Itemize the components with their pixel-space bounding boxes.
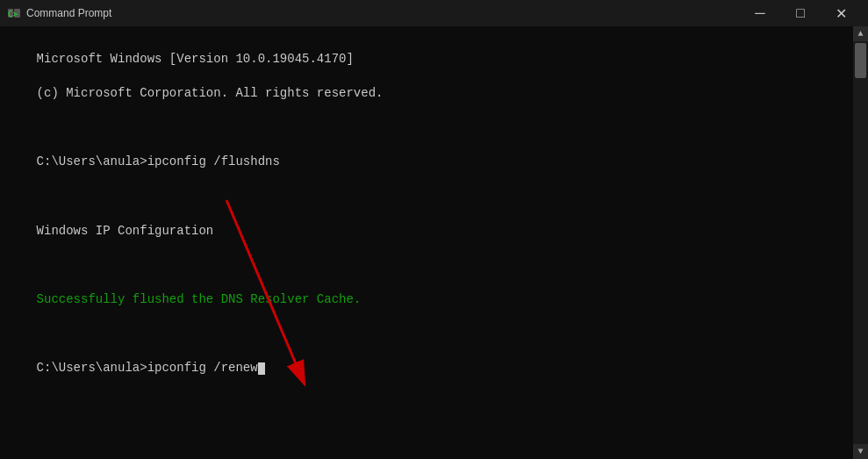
line-10: C:\Users\anula>ipconfig /renew xyxy=(37,361,265,375)
titlebar-controls: ─ □ ✕ xyxy=(740,0,861,26)
line-1: Microsoft Windows [Version 10.0.19045.41… xyxy=(37,52,354,66)
scrollbar[interactable]: ▲ ▼ xyxy=(853,26,868,459)
line-6: Windows IP Configuration xyxy=(37,224,214,238)
close-button[interactable]: ✕ xyxy=(821,0,861,26)
titlebar-title: Command Prompt xyxy=(26,7,111,19)
scrollbar-thumb[interactable] xyxy=(855,43,866,78)
line-2: (c) Microsoft Corporation. All rights re… xyxy=(37,86,384,100)
cmd-icon: C> xyxy=(7,6,21,20)
maximize-button[interactable]: □ xyxy=(780,0,821,26)
console-text: Microsoft Windows [Version 10.0.19045.41… xyxy=(2,30,864,415)
titlebar: C> Command Prompt ─ □ ✕ xyxy=(0,0,868,26)
svg-text:C>: C> xyxy=(8,10,18,18)
scroll-down-arrow[interactable]: ▼ xyxy=(853,444,868,459)
titlebar-left: C> Command Prompt xyxy=(7,6,111,20)
minimize-button[interactable]: ─ xyxy=(740,0,780,26)
cursor xyxy=(258,362,265,375)
scroll-up-arrow[interactable]: ▲ xyxy=(853,26,868,41)
console-area: Microsoft Windows [Version 10.0.19045.41… xyxy=(0,26,868,459)
line-4: C:\Users\anula>ipconfig /flushdns xyxy=(37,154,280,169)
line-8: Successfully flushed the DNS Resolver Ca… xyxy=(37,292,362,306)
